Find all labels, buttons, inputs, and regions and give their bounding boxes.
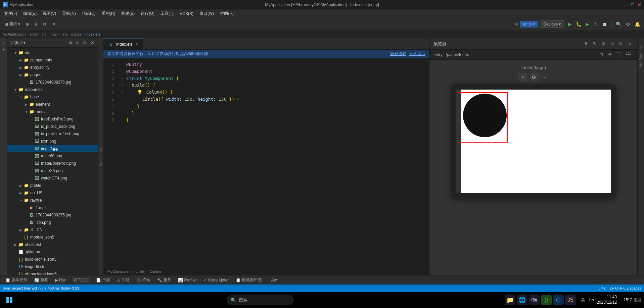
bottom-refactor-btn[interactable]: 🔄 重构: [32, 276, 51, 284]
breadcrumb-item-2[interactable]: src: [42, 32, 47, 36]
prev-device-btn[interactable]: ‹: [518, 73, 527, 82]
settings-main-button[interactable]: ⚙: [624, 20, 632, 28]
menu-refactor[interactable]: 重构(R): [99, 10, 118, 17]
taskbar-app-file-manager[interactable]: 📁: [505, 295, 515, 305]
menu-code[interactable]: 代码(C): [79, 10, 98, 17]
preview-grid-btn[interactable]: ⊞: [600, 40, 607, 48]
menu-view[interactable]: 视图(V): [40, 10, 59, 17]
more-options[interactable]: ···: [541, 74, 548, 81]
tree-item-ic-refresh[interactable]: 🖼 ic_public_refresh.png: [7, 130, 98, 138]
preview-settings-btn[interactable]: ⚙: [617, 40, 625, 48]
stop-button[interactable]: ⏹: [601, 20, 609, 28]
bottom-terminal-btn[interactable]: ⬛ 终端: [134, 276, 153, 284]
preview-eye-btn[interactable]: 👁: [582, 40, 590, 48]
tab-close-btn[interactable]: ✕: [135, 42, 139, 47]
tree-item-ic-back[interactable]: 🖼 ic_public_back.png: [7, 123, 98, 130]
tree-item-element[interactable]: ▶ 📁 element: [7, 101, 98, 108]
toolbar-expand-btn[interactable]: ⊕: [24, 21, 31, 28]
left-strip-btn-1[interactable]: ≡: [1, 40, 7, 46]
taskbar-app-deveco[interactable]: ⬡: [553, 295, 564, 305]
tree-item-mate60[interactable]: 🖼 mate60.png: [7, 152, 98, 160]
bottom-version-control-btn[interactable]: 📋 版本控制: [3, 276, 30, 284]
tree-item-matebook[interactable]: 🖼 mateBookProX.png: [7, 160, 98, 167]
tree-item-pages[interactable]: ▶ 📁 pages: [7, 71, 98, 79]
menu-run[interactable]: 运行(U): [138, 10, 157, 17]
bottom-todo-btn[interactable]: ☑ TODO: [71, 277, 92, 283]
debug-button[interactable]: 🐛: [574, 20, 583, 28]
run-button[interactable]: ▶: [566, 20, 574, 28]
menu-nav[interactable]: 导航(N): [59, 10, 79, 17]
editor-breadcrumb-component[interactable]: MyComponent: [107, 269, 132, 273]
tray-en[interactable]: EN: [588, 297, 595, 303]
menu-file[interactable]: 文件(F): [1, 10, 20, 17]
run-selected-button[interactable]: ▶: [583, 20, 591, 28]
minimize-button[interactable]: —: [624, 3, 628, 7]
notifications-label[interactable]: Notifications: [639, 45, 643, 67]
editor-breadcrumb-build[interactable]: build(): [135, 269, 146, 273]
tree-item-resources[interactable]: ▾ 📁 resources: [7, 86, 98, 93]
bottom-code-linter-btn[interactable]: ✓ Code Linter: [201, 277, 231, 283]
breadcrumb-item-0[interactable]: MyApplication: [3, 32, 26, 36]
maximize-button[interactable]: □: [631, 3, 635, 7]
tree-item-module-json5[interactable]: { } module.json5: [7, 234, 98, 241]
tree-item-oh-package[interactable]: { } oh-package.json5: [7, 270, 98, 275]
toolbar-project-btn[interactable]: ⊞ 项目 ▾: [3, 20, 22, 28]
preview-zoom-btn[interactable]: ⊕: [606, 51, 613, 58]
tree-item-profile[interactable]: ▶ 📁 profile: [7, 182, 98, 189]
close-button[interactable]: ✕: [637, 3, 641, 7]
tree-item-1mp4[interactable]: ▶ 1.mp4: [7, 204, 98, 211]
tree-item-img2[interactable]: 🖼 img_2.jpg: [7, 145, 98, 152]
bottom-services-btn[interactable]: 🔧 服务: [154, 276, 174, 284]
entry-dropdown[interactable]: entry ▾: [520, 21, 539, 28]
menu-help[interactable]: 帮助(H): [217, 10, 236, 17]
preview-expand-btn[interactable]: ⊕: [608, 40, 616, 48]
taskbar-app-store[interactable]: 🛍: [529, 295, 540, 305]
hot-reload-button[interactable]: ↻: [592, 20, 600, 28]
sidebar-close-btn[interactable]: ✕: [89, 40, 96, 46]
hide-notification-btn[interactable]: 隐藏通知: [390, 51, 406, 57]
breadcrumb-item-6[interactable]: Index.ets: [85, 32, 100, 36]
breadcrumb-item-4[interactable]: ets: [62, 32, 67, 36]
breadcrumb-item-3[interactable]: main: [51, 32, 59, 36]
tree-item-freebuds[interactable]: 🖼 freeBudsPro3.png: [7, 115, 98, 123]
tree-item-entryability[interactable]: ▶ 📁 entryability: [7, 64, 98, 71]
menu-window[interactable]: 窗口(W): [197, 10, 217, 17]
tree-item-zh-cn[interactable]: ▶ 📁 zh_CN: [7, 226, 98, 234]
bottom-log-btn[interactable]: 📄 日志: [93, 276, 113, 284]
taskbar-app-js[interactable]: JS: [565, 295, 576, 305]
dont-show-btn[interactable]: 不再提示: [409, 51, 425, 57]
breadcrumb-item-1[interactable]: entry: [30, 32, 38, 36]
tray-lang[interactable]: 英: [580, 297, 586, 303]
sidebar-settings-btn[interactable]: ⚙: [82, 40, 88, 46]
menu-edit[interactable]: 编辑(E): [20, 10, 39, 17]
tree-item-matex5[interactable]: 🖼 mateX5.png: [7, 167, 98, 174]
preview-fit-btn[interactable]: ⊡: [597, 51, 605, 58]
sidebar-collapse-btn[interactable]: ⊖: [74, 40, 81, 46]
sidebar-expand-btn[interactable]: ⊕: [67, 40, 74, 46]
editor-breadcrumb-column[interactable]: Column: [149, 269, 162, 273]
tree-item-1702b[interactable]: 🖼 1702344909275.jpg: [7, 211, 98, 219]
menu-vcs[interactable]: VCS(S): [177, 11, 196, 17]
toolbar-settings-btn[interactable]: ⚙: [41, 21, 49, 28]
toolbar-collapse-btn[interactable]: ⊖: [32, 21, 40, 28]
bookmarks-label[interactable]: Bookmarks: [99, 147, 103, 166]
tree-item-hvigorfile-ts[interactable]: TS hvigorfile.ts: [7, 263, 98, 270]
notifications-button[interactable]: 🔔: [633, 20, 641, 28]
tree-item-icon2[interactable]: 🖼 icon.png: [7, 219, 98, 226]
tree-item-ets[interactable]: ▾ 📁 ets: [7, 49, 98, 56]
bottom-arm-btn[interactable]: Arm: [269, 277, 281, 283]
breadcrumb-item-5[interactable]: pages: [72, 32, 82, 36]
tree-item-build-profile[interactable]: { } build-profile.json5: [7, 256, 98, 263]
bottom-profiler-btn[interactable]: 📊 Profiler: [175, 277, 199, 283]
preview-refresh-btn[interactable]: ↻: [591, 40, 598, 48]
bottom-issues-btn[interactable]: ⚠ 问题: [114, 276, 132, 284]
toolbar-close-btn[interactable]: ✕: [50, 21, 57, 28]
bottom-preview-log-btn[interactable]: 📋 预览器日志: [233, 276, 265, 284]
editor-tab-index-ets[interactable]: TS Index.ets ✕: [103, 39, 143, 49]
tree-item-rawfile[interactable]: ▾ 📁 rawfile: [7, 197, 98, 204]
preview-close-btn[interactable]: ✕: [626, 40, 633, 48]
taskbar-search-bar[interactable]: 🔍 搜索: [227, 295, 294, 305]
taskbar-app-edge[interactable]: 🌐: [517, 295, 527, 305]
devices-button[interactable]: Devices ▾: [540, 20, 564, 28]
preview-fullscreen-btn[interactable]: ⛶: [615, 51, 622, 58]
